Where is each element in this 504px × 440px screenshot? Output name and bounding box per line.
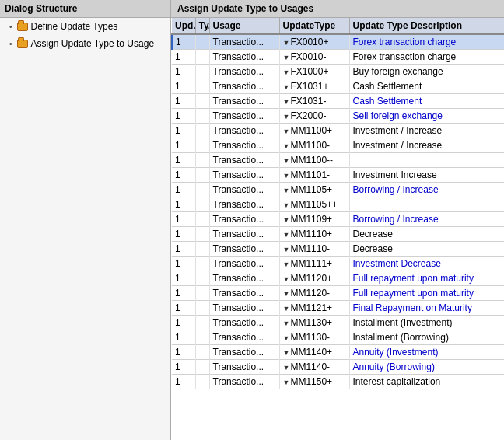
cell-description: Full repayment upon maturity	[349, 286, 504, 301]
col-header-upd: Upd.	[172, 18, 195, 34]
dropdown-arrow-icon: ▼	[283, 290, 290, 298]
cell-update-type[interactable]: ▼MM1105+	[279, 183, 349, 197]
cell-description: Decrease	[349, 227, 504, 242]
cell-upd: 1	[172, 242, 195, 257]
dropdown-arrow-icon: ▼	[283, 216, 290, 224]
cell-usage: Transactio...	[209, 168, 279, 183]
dropdown-arrow-icon: ▼	[283, 54, 290, 61]
cell-upd: 1	[172, 227, 195, 242]
cell-update-type[interactable]: ▼MM1105++	[279, 197, 349, 212]
cell-upd: 1	[172, 168, 195, 183]
table-row[interactable]: 1Transactio...▼MM1130-Installment (Borro…	[172, 330, 504, 345]
cell-usage: Transactio...	[209, 360, 279, 375]
cell-description: Cash Settlement	[349, 79, 504, 94]
cell-upd: 1	[172, 257, 195, 271]
cell-ty	[195, 109, 209, 124]
dropdown-arrow-icon: ▼	[283, 260, 290, 268]
table-row[interactable]: 1Transactio...▼FX0010+Forex transaction …	[172, 34, 504, 50]
cell-description: Installment (Borrowing)	[349, 330, 504, 345]
cell-ty	[195, 330, 209, 345]
cell-update-type[interactable]: ▼FX2000-	[279, 109, 349, 124]
cell-update-type[interactable]: ▼FX1031+	[279, 79, 349, 94]
cell-update-type[interactable]: ▼MM1111+	[279, 257, 349, 271]
cell-update-type[interactable]: ▼MM1150+	[279, 375, 349, 389]
cell-description: Interest capitalization	[349, 375, 504, 389]
cell-update-type[interactable]: ▼MM1120-	[279, 286, 349, 301]
cell-usage: Transactio...	[209, 271, 279, 286]
col-header-description: Update Type Description	[349, 18, 504, 34]
cell-ty	[195, 257, 209, 271]
table-row[interactable]: 1Transactio...▼MM1150+Interest capitaliz…	[172, 375, 504, 389]
table-row[interactable]: 1Transactio...▼FX1031-Cash Settlement	[172, 94, 504, 109]
cell-usage: Transactio...	[209, 138, 279, 153]
dropdown-arrow-icon: ▼	[283, 320, 290, 327]
cell-update-type[interactable]: ▼MM1101-	[279, 168, 349, 183]
sidebar: Dialog Structure • Define Update Types •…	[0, 0, 171, 440]
cell-update-type[interactable]: ▼MM1130+	[279, 316, 349, 330]
cell-upd: 1	[172, 271, 195, 286]
cell-upd: 1	[172, 360, 195, 375]
cell-upd: 1	[172, 124, 195, 138]
cell-update-type[interactable]: ▼FX0010-	[279, 50, 349, 65]
cell-description: Investment / Increase	[349, 124, 504, 138]
table-row[interactable]: 1Transactio...▼MM1110+Decrease	[172, 227, 504, 242]
dropdown-arrow-icon: ▼	[283, 305, 290, 313]
table-row[interactable]: 1Transactio...▼FX1031+Cash Settlement	[172, 79, 504, 94]
cell-upd: 1	[172, 316, 195, 330]
dropdown-arrow-icon: ▼	[283, 231, 290, 239]
cell-update-type[interactable]: ▼MM1120+	[279, 271, 349, 286]
table-header-row: Upd. Ty. Usage UpdateType Update Type De…	[172, 18, 504, 34]
table-row[interactable]: 1Transactio...▼MM1110-Decrease	[172, 242, 504, 257]
cell-update-type[interactable]: ▼MM1100+	[279, 124, 349, 138]
cell-usage: Transactio...	[209, 330, 279, 345]
table-row[interactable]: 1Transactio...▼MM1121+Final Repayment on…	[172, 301, 504, 316]
table-row[interactable]: 1Transactio...▼MM1140-Annuity (Borrowing…	[172, 360, 504, 375]
cell-update-type[interactable]: ▼MM1100-	[279, 138, 349, 153]
table-row[interactable]: 1Transactio...▼MM1100--	[172, 153, 504, 168]
table-row[interactable]: 1Transactio...▼MM1111+Investment Decreas…	[172, 257, 504, 271]
table-row[interactable]: 1Transactio...▼MM1105++	[172, 197, 504, 212]
table-row[interactable]: 1Transactio...▼MM1109+Borrowing / Increa…	[172, 212, 504, 227]
cell-ty	[195, 197, 209, 212]
cell-usage: Transactio...	[209, 375, 279, 389]
folder-icon-define	[17, 23, 28, 31]
table-row[interactable]: 1Transactio...▼MM1130+Installment (Inves…	[172, 316, 504, 330]
cell-update-type[interactable]: ▼MM1140+	[279, 345, 349, 360]
table-row[interactable]: 1Transactio...▼MM1120+Full repayment upo…	[172, 271, 504, 286]
dropdown-arrow-icon: ▼	[283, 83, 290, 91]
cell-update-type[interactable]: ▼FX1031-	[279, 94, 349, 109]
table-row[interactable]: 1Transactio...▼FX1000+Buy foreign exchan…	[172, 65, 504, 79]
dropdown-arrow-icon: ▼	[283, 334, 290, 342]
cell-description: Cash Settlement	[349, 94, 504, 109]
cell-description: Investment Decrease	[349, 257, 504, 271]
cell-upd: 1	[172, 197, 195, 212]
table-row[interactable]: 1Transactio...▼MM1120-Full repayment upo…	[172, 286, 504, 301]
table-row[interactable]: 1Transactio...▼FX2000-Sell foreign excha…	[172, 109, 504, 124]
table-row[interactable]: 1Transactio...▼MM1100+Investment / Incre…	[172, 124, 504, 138]
dropdown-arrow-icon: ▼	[283, 349, 290, 357]
table-row[interactable]: 1Transactio...▼MM1100-Investment / Incre…	[172, 138, 504, 153]
table-row[interactable]: 1Transactio...▼MM1105+Borrowing / Increa…	[172, 183, 504, 197]
cell-upd: 1	[172, 153, 195, 168]
cell-update-type[interactable]: ▼MM1140-	[279, 360, 349, 375]
table-container[interactable]: Upd. Ty. Usage UpdateType Update Type De…	[171, 18, 504, 440]
cell-update-type[interactable]: ▼MM1100--	[279, 153, 349, 168]
cell-update-type[interactable]: ▼MM1110-	[279, 242, 349, 257]
table-row[interactable]: 1Transactio...▼MM1140+Annuity (Investmen…	[172, 345, 504, 360]
cell-upd: 1	[172, 183, 195, 197]
table-row[interactable]: 1Transactio...▼MM1101-Investment Increas…	[172, 168, 504, 183]
cell-usage: Transactio...	[209, 65, 279, 79]
cell-description: Annuity (Borrowing)	[349, 360, 504, 375]
cell-update-type[interactable]: ▼FX0010+	[279, 34, 349, 50]
sidebar-item-define-update-types[interactable]: • Define Update Types	[0, 18, 170, 35]
cell-upd: 1	[172, 345, 195, 360]
cell-description: Installment (Investment)	[349, 316, 504, 330]
cell-update-type[interactable]: ▼FX1000+	[279, 65, 349, 79]
cell-update-type[interactable]: ▼MM1121+	[279, 301, 349, 316]
cell-update-type[interactable]: ▼MM1110+	[279, 227, 349, 242]
cell-update-type[interactable]: ▼MM1130-	[279, 330, 349, 345]
cell-ty	[195, 286, 209, 301]
table-row[interactable]: 1Transactio...▼FX0010-Forex transaction …	[172, 50, 504, 65]
cell-update-type[interactable]: ▼MM1109+	[279, 212, 349, 227]
sidebar-item-assign-update-type[interactable]: • Assign Update Type to Usage	[0, 35, 170, 52]
